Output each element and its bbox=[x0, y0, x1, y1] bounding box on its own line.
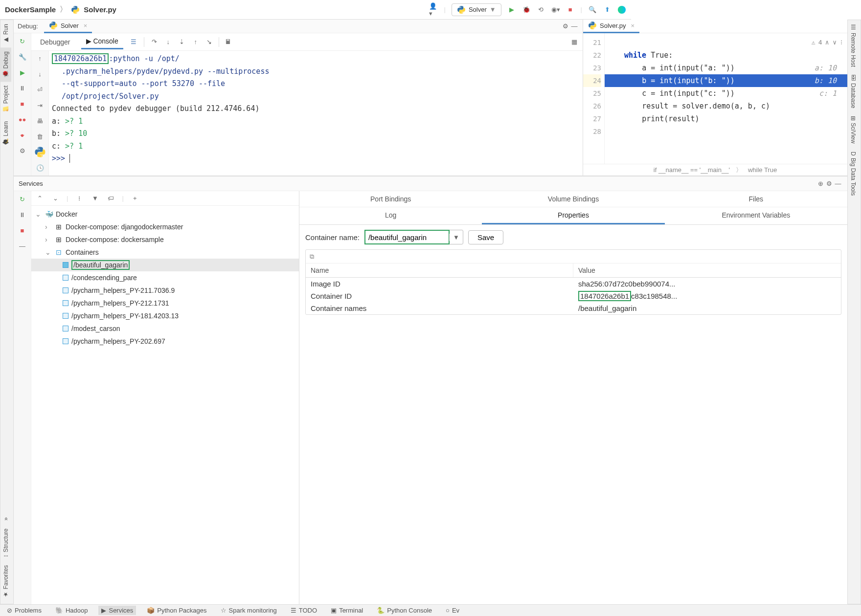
stop-icon[interactable]: ■ bbox=[566, 5, 575, 14]
prop-row-1[interactable]: Container ID 1847026a26b1c83c198548... bbox=[306, 290, 631, 302]
tab-log[interactable]: Log bbox=[299, 207, 482, 224]
console-tab[interactable]: ▶ Console bbox=[81, 34, 123, 49]
stripe-project[interactable]: 📁Project bbox=[0, 82, 11, 117]
stripe-learn[interactable]: 🎓Learn bbox=[0, 117, 11, 150]
coverage-icon[interactable]: ⟲ bbox=[537, 5, 545, 14]
tree-container-1[interactable]: /condescending_pare bbox=[31, 271, 299, 284]
tab-volume-bindings[interactable]: Volume Bindings bbox=[482, 191, 631, 207]
pause-icon[interactable]: ⏸ bbox=[17, 82, 28, 94]
code-editor[interactable]: 212223 24 25262728 ⚠ 4 ∧ ∨ ⁝ while True:… bbox=[583, 33, 631, 164]
tree-container-3[interactable]: /pycharm_helpers_PY-212.1731 bbox=[31, 297, 299, 309]
tree-containers[interactable]: ⌄⊡Containers bbox=[31, 246, 299, 259]
services-action-bar: ↻ ⏸ ■ — bbox=[14, 191, 31, 452]
step-out-icon[interactable]: ↑ bbox=[191, 38, 200, 46]
services-title: Services bbox=[19, 180, 43, 187]
container-name-combo[interactable]: ▼ bbox=[364, 230, 463, 244]
collapse-all-icon[interactable]: ⌄ bbox=[51, 194, 60, 203]
tree-toolbar: ⌃ ⌄ | ⫶ ▼ 🏷 | + bbox=[31, 191, 299, 206]
group-icon[interactable]: ⫶ bbox=[75, 194, 84, 203]
mute-breakpoints-icon[interactable]: ● bbox=[17, 129, 28, 141]
filter-icon[interactable]: ▼ bbox=[91, 194, 99, 203]
rerun-icon[interactable]: ↻ bbox=[17, 35, 28, 47]
close-tab-icon[interactable]: × bbox=[631, 22, 631, 29]
ide-icon[interactable] bbox=[617, 5, 626, 14]
wrap-icon[interactable]: ⏎ bbox=[34, 84, 46, 96]
debug-action-bar: ↻ 🔧 ▶ ⏸ ■ ●● ● ⚙ bbox=[14, 33, 31, 176]
resume-icon[interactable]: ▶ bbox=[17, 66, 28, 78]
editor-breadcrumb[interactable]: if __name__ == '__main__'〉while True bbox=[583, 164, 631, 176]
editor-tab[interactable]: Solver.py × bbox=[583, 19, 631, 33]
services-pause-icon[interactable]: ⏸ bbox=[17, 209, 28, 220]
container-id-highlight: 1847026a26b1 bbox=[52, 53, 109, 64]
tab-properties[interactable]: Properties bbox=[482, 207, 631, 224]
search-icon[interactable]: 🔍 bbox=[588, 5, 597, 14]
run-to-cursor-icon[interactable]: ↘ bbox=[205, 38, 214, 46]
step-into-my-icon[interactable]: ⇣ bbox=[178, 38, 186, 46]
breadcrumb-file[interactable]: Solver.py bbox=[84, 5, 116, 14]
settings2-icon[interactable]: ⚙ bbox=[17, 145, 28, 156]
detail-tabs-row1: Port Bindings Volume Bindings Files bbox=[299, 191, 631, 207]
tree-container-2[interactable]: /pycharm_helpers_PY-211.7036.9 bbox=[31, 284, 299, 297]
tree-container-6[interactable]: /pycharm_helpers_PY-202.697 bbox=[31, 335, 299, 348]
editor-panel: Solver.py × 212223 24 25262728 ⚠ 4 ∧ ∨ ⁝… bbox=[583, 20, 631, 176]
services-tree[interactable]: ⌄🐳Docker ›⊞Docker-compose: djangodockerm… bbox=[31, 206, 299, 452]
close-icon[interactable]: × bbox=[84, 22, 88, 29]
python-file-icon bbox=[71, 5, 80, 14]
tree-compose-1[interactable]: ›⊞Docker-compose: djangodockermaster bbox=[31, 220, 299, 233]
update-icon[interactable]: ⬆ bbox=[603, 5, 612, 14]
minimize-icon[interactable]: — bbox=[570, 22, 579, 31]
tag-icon[interactable]: 🏷 bbox=[106, 194, 115, 203]
breadcrumb[interactable]: DockerSample 〉 Solver.py bbox=[5, 5, 116, 14]
services-stop-icon[interactable]: ■ bbox=[17, 224, 28, 236]
copy-icon[interactable]: ⧉ bbox=[310, 253, 314, 261]
run-config-selector[interactable]: Solver ▼ bbox=[452, 3, 501, 16]
tree-container-0[interactable]: /beautiful_gagarin bbox=[31, 259, 299, 271]
scroll-icon[interactable]: ⇥ bbox=[34, 100, 46, 111]
python-icon bbox=[49, 21, 58, 30]
tree-compose-2[interactable]: ›⊞Docker-compose: dockersample bbox=[31, 233, 299, 246]
run-config-name: Solver bbox=[469, 6, 487, 13]
modify-icon[interactable]: 🔧 bbox=[17, 51, 28, 63]
debug-icon[interactable]: 🐞 bbox=[522, 5, 531, 14]
tree-container-4[interactable]: /pycharm_helpers_PY-181.4203.13 bbox=[31, 309, 299, 322]
col-value: Value bbox=[573, 264, 600, 277]
run-icon[interactable]: ▶ bbox=[507, 5, 516, 14]
python-prompt-icon[interactable] bbox=[34, 146, 46, 158]
prop-row-2[interactable]: Container names/beautiful_gagarin bbox=[306, 302, 631, 314]
chevron-down-icon[interactable]: ▼ bbox=[449, 234, 463, 241]
stripe-run[interactable]: ▶Run bbox=[0, 20, 11, 47]
tree-container-5[interactable]: /modest_carson bbox=[31, 322, 299, 335]
tree-docker-root[interactable]: ⌄🐳Docker bbox=[31, 208, 299, 220]
threads-icon[interactable]: ☰ bbox=[129, 38, 138, 46]
stripe-debug[interactable]: 🐞Debug bbox=[0, 47, 11, 82]
add-icon[interactable]: + bbox=[131, 194, 139, 203]
container-name-input[interactable] bbox=[365, 231, 449, 243]
up-icon[interactable]: ↑ bbox=[34, 53, 46, 65]
user-icon[interactable]: 👤▾ bbox=[429, 5, 438, 14]
breakpoints-icon[interactable]: ●● bbox=[17, 113, 28, 125]
down-icon[interactable]: ↓ bbox=[34, 68, 46, 80]
print-icon[interactable]: 🖶 bbox=[34, 115, 46, 127]
tab-port-bindings[interactable]: Port Bindings bbox=[299, 191, 482, 207]
debug-session-tab[interactable]: Solver × bbox=[44, 19, 92, 33]
stop-debug-icon[interactable]: ■ bbox=[17, 98, 28, 110]
debugger-tab[interactable]: Debugger bbox=[35, 35, 75, 49]
evaluate-icon[interactable]: 🖩 bbox=[224, 38, 233, 46]
profile-icon[interactable]: ◉▾ bbox=[551, 5, 560, 14]
history-icon[interactable]: 🕓 bbox=[34, 162, 46, 174]
prop-row-0[interactable]: Image IDsha256:07d72c0beb990074... bbox=[306, 278, 631, 290]
layout-icon[interactable]: ▦ bbox=[570, 38, 579, 46]
python-file-icon bbox=[588, 21, 597, 30]
console-output[interactable]: 1847026a26b1:python -u /opt/ .pycharm_he… bbox=[49, 51, 583, 176]
services-rerun-icon[interactable]: ↻ bbox=[17, 193, 28, 205]
step-over-icon[interactable]: ↷ bbox=[150, 38, 159, 46]
breadcrumb-project[interactable]: DockerSample bbox=[5, 5, 56, 14]
save-button[interactable]: Save bbox=[468, 230, 503, 244]
step-into-icon[interactable]: ↓ bbox=[164, 38, 173, 46]
services-remove-icon[interactable]: — bbox=[17, 240, 28, 252]
clear-icon[interactable]: 🗑 bbox=[34, 131, 46, 142]
line-gutter: 212223 24 25262728 bbox=[583, 33, 605, 164]
expand-all-icon[interactable]: ⌃ bbox=[35, 194, 44, 203]
gear-icon[interactable]: ⚙ bbox=[561, 22, 570, 31]
editor-tabs: Solver.py × bbox=[583, 20, 631, 33]
